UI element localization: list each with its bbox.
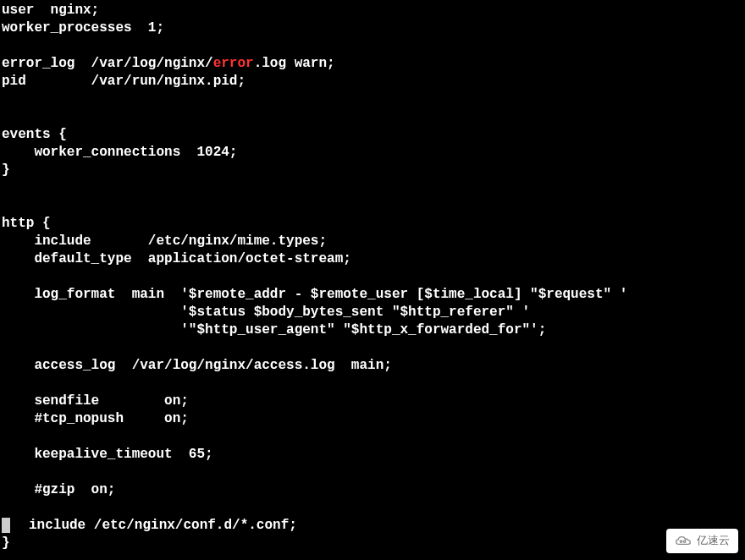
- config-line: include /etc/nginx/conf.d/*.conf;: [2, 517, 745, 535]
- code-text: error_log /var/log/nginx/: [2, 56, 213, 71]
- code-text: '$status $body_bytes_sent "$http_referer…: [2, 305, 530, 320]
- cloud-icon: [675, 535, 692, 547]
- code-text: worker_processes 1;: [2, 20, 164, 36]
- code-text: user nginx;: [2, 3, 99, 18]
- config-line: error_log /var/log/nginx/error.log warn;: [2, 55, 745, 73]
- code-text: error: [213, 56, 254, 71]
- config-line: [2, 375, 745, 393]
- config-line: '"$http_user_agent" "$http_x_forwarded_f…: [2, 321, 745, 339]
- config-line: [2, 428, 745, 446]
- config-line: [2, 108, 745, 126]
- config-line: events {: [2, 126, 745, 144]
- config-line: worker_connections 1024;: [2, 144, 745, 162]
- code-text: #gzip on;: [2, 482, 115, 497]
- code-text: worker_connections 1024;: [2, 145, 237, 160]
- config-line: sendfile on;: [2, 393, 745, 410]
- config-line: }: [2, 162, 745, 179]
- config-line: [2, 464, 745, 481]
- svg-point-0: [680, 540, 682, 542]
- config-line: log_format main '$remote_addr - $remote_…: [2, 286, 745, 304]
- terminal-editor[interactable]: user nginx;worker_processes 1;error_log …: [2, 2, 745, 552]
- svg-point-1: [683, 540, 686, 542]
- code-text: access_log /var/log/nginx/access.log mai…: [2, 358, 392, 373]
- config-line: http {: [2, 215, 745, 233]
- code-text: }: [2, 535, 10, 551]
- config-line: #gzip on;: [2, 481, 745, 499]
- code-text: #tcp_nopush on;: [2, 411, 189, 426]
- config-line: pid /var/run/nginx.pid;: [2, 73, 745, 91]
- config-line: #tcp_nopush on;: [2, 410, 745, 428]
- config-line: user nginx;: [2, 2, 745, 19]
- code-text: events {: [2, 127, 67, 142]
- code-text: http {: [2, 216, 51, 231]
- config-line: include /etc/nginx/mime.types;: [2, 233, 745, 250]
- watermark-text: 亿速云: [697, 534, 730, 548]
- config-line: [2, 179, 745, 197]
- code-text: log_format main '$remote_addr - $remote_…: [2, 287, 627, 302]
- config-line: [2, 339, 745, 357]
- code-text: pid /var/run/nginx.pid;: [2, 74, 246, 89]
- config-line: [2, 268, 745, 286]
- watermark-badge: 亿速云: [666, 529, 738, 553]
- code-text: }: [2, 162, 10, 178]
- code-text: '"$http_user_agent" "$http_x_forwarded_f…: [2, 322, 546, 338]
- config-line: [2, 37, 745, 55]
- config-line: [2, 197, 745, 215]
- config-line: [2, 91, 745, 108]
- code-text: sendfile on;: [2, 393, 189, 409]
- config-line: '$status $body_bytes_sent "$http_referer…: [2, 304, 745, 321]
- code-text: include /etc/nginx/conf.d/*.conf;: [29, 518, 297, 533]
- code-text: default_type application/octet-stream;: [2, 251, 351, 266]
- config-line: access_log /var/log/nginx/access.log mai…: [2, 357, 745, 375]
- config-line: keepalive_timeout 65;: [2, 446, 745, 464]
- config-line: [2, 499, 745, 517]
- code-text: .log warn;: [254, 56, 335, 71]
- config-line: }: [2, 535, 745, 552]
- code-text: keepalive_timeout 65;: [2, 447, 213, 462]
- text-cursor: [2, 518, 10, 533]
- config-line: default_type application/octet-stream;: [2, 250, 745, 268]
- code-text: include /etc/nginx/mime.types;: [2, 233, 327, 249]
- config-line: worker_processes 1;: [2, 19, 745, 37]
